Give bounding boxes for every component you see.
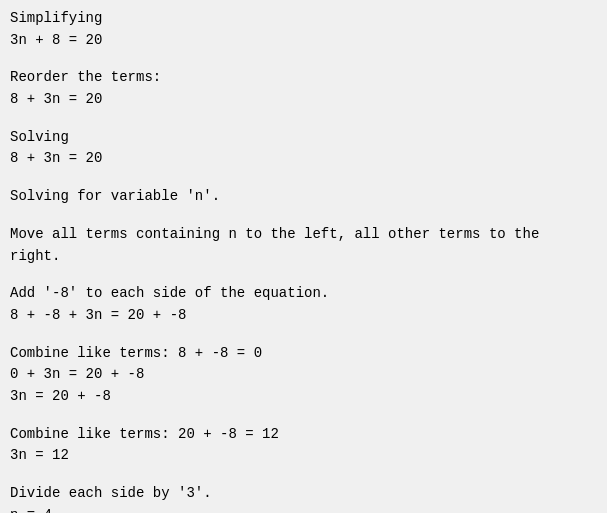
solution-line: Add '-8' to each side of the equation. (10, 283, 597, 305)
solution-line: Solving for variable 'n'. (10, 186, 597, 208)
solution-line: Simplifying (10, 8, 597, 30)
solution-line: Reorder the terms: (10, 67, 597, 89)
spacer (10, 214, 597, 224)
spacer (10, 414, 597, 424)
spacer (10, 273, 597, 283)
divide-each-side: Divide each side by '3'.n = 4 (10, 483, 597, 513)
solution-line: 3n = 20 + -8 (10, 386, 597, 408)
reorder-terms: Reorder the terms:8 + 3n = 20 (10, 67, 597, 110)
math-solution-content: Simplifying3n + 8 = 20Reorder the terms:… (10, 8, 597, 513)
solution-line: 8 + -8 + 3n = 20 + -8 (10, 305, 597, 327)
solution-line: Divide each side by '3'. (10, 483, 597, 505)
solving-header: Solving8 + 3n = 20 (10, 127, 597, 170)
spacer (10, 57, 597, 67)
spacer (10, 333, 597, 343)
solution-line: Move all terms containing n to the left,… (10, 224, 597, 267)
spacer (10, 473, 597, 483)
solution-line: 0 + 3n = 20 + -8 (10, 364, 597, 386)
add-negative-8: Add '-8' to each side of the equation.8 … (10, 283, 597, 326)
solution-line: n = 4 (10, 505, 597, 513)
solution-line: 8 + 3n = 20 (10, 89, 597, 111)
solution-line: Combine like terms: 20 + -8 = 12 (10, 424, 597, 446)
spacer (10, 117, 597, 127)
simplifying-header: Simplifying3n + 8 = 20 (10, 8, 597, 51)
solution-line: 3n + 8 = 20 (10, 30, 597, 52)
solution-line: Combine like terms: 8 + -8 = 0 (10, 343, 597, 365)
solution-line: 8 + 3n = 20 (10, 148, 597, 170)
move-all-terms: Move all terms containing n to the left,… (10, 224, 597, 267)
combine-like-terms-1: Combine like terms: 8 + -8 = 00 + 3n = 2… (10, 343, 597, 408)
combine-like-terms-2: Combine like terms: 20 + -8 = 123n = 12 (10, 424, 597, 467)
solving-for-variable: Solving for variable 'n'. (10, 186, 597, 208)
solution-line: Solving (10, 127, 597, 149)
spacer (10, 176, 597, 186)
solution-line: 3n = 12 (10, 445, 597, 467)
